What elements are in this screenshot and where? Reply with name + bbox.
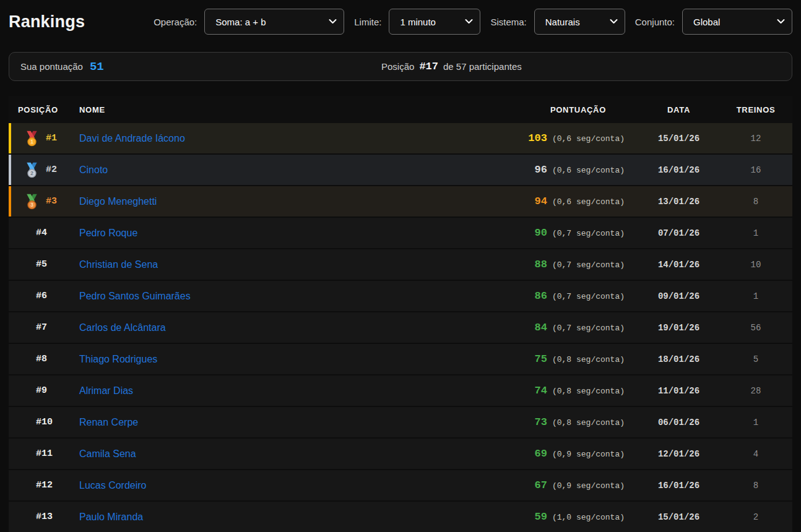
treinos-value: 8 bbox=[733, 197, 792, 207]
score-value: 86 bbox=[535, 290, 547, 302]
position-value: #17 bbox=[419, 61, 438, 72]
position-cell: #7 bbox=[36, 322, 47, 333]
position-cell: #4 bbox=[36, 228, 47, 238]
header-pontuacao: PONTUAÇÃO bbox=[550, 105, 625, 114]
limite-label: Limite: bbox=[354, 17, 381, 27]
player-name-link[interactable]: Lucas Cordeiro bbox=[79, 480, 147, 491]
player-name-link[interactable]: Davi de Andrade Iácono bbox=[79, 133, 185, 144]
date-value: 15/01/26 bbox=[625, 512, 733, 522]
table-header-row: POSIÇÃO NOME PONTUAÇÃO DATA TREINOS bbox=[9, 96, 792, 123]
player-name-link[interactable]: Thiago Rodrigues bbox=[79, 354, 157, 364]
treinos-value: 10 bbox=[733, 260, 792, 270]
player-name-link[interactable]: Diego Meneghetti bbox=[79, 196, 157, 207]
header-posicao: POSIÇÃO bbox=[9, 105, 79, 114]
player-name-link[interactable]: Pedro Roque bbox=[79, 228, 137, 238]
score-rate: (1,0 seg/conta) bbox=[552, 513, 625, 522]
filter-sistema: Sistema: Naturais bbox=[490, 9, 625, 35]
gold-medal-icon: 1 bbox=[25, 131, 38, 146]
treinos-value: 1 bbox=[733, 418, 792, 427]
score-rate: (0,7 seg/conta) bbox=[552, 229, 625, 238]
score-value: 75 bbox=[535, 353, 547, 365]
table-row: #6 Pedro Santos Guimarães 86 (0,7 seg/co… bbox=[9, 281, 792, 311]
sistema-label: Sistema: bbox=[490, 17, 526, 27]
date-value: 07/01/26 bbox=[625, 228, 733, 238]
filter-operacao: Operação: Soma: a + b bbox=[154, 9, 344, 35]
score-rate: (0,7 seg/conta) bbox=[552, 292, 625, 301]
position-cell: #5 bbox=[36, 259, 47, 270]
player-name-link[interactable]: Carlos de Alcântara bbox=[79, 322, 166, 333]
score-value: 74 bbox=[535, 385, 547, 397]
operacao-select[interactable]: Soma: a + b bbox=[204, 9, 344, 35]
player-name-link[interactable]: Christian de Sena bbox=[79, 259, 158, 270]
treinos-value: 12 bbox=[733, 134, 792, 144]
position-cell: #10 bbox=[36, 417, 53, 427]
treinos-value: 1 bbox=[733, 228, 792, 238]
score-value: 90 bbox=[535, 227, 547, 239]
score-value: 94 bbox=[535, 195, 547, 207]
table-row: 1 #1 Davi de Andrade Iácono 103 (0,6 seg… bbox=[9, 123, 792, 153]
position-cell: #2 bbox=[46, 165, 57, 175]
operacao-label: Operação: bbox=[154, 17, 197, 27]
treinos-value: 16 bbox=[733, 165, 792, 175]
score-rate: (0,6 seg/conta) bbox=[552, 166, 625, 175]
summary-bar: Sua pontuação 51 Posição #17 de 57 parti… bbox=[9, 52, 792, 81]
header-treinos: TREINOS bbox=[733, 105, 792, 114]
date-value: 19/01/26 bbox=[625, 323, 733, 333]
position-cell: #3 bbox=[46, 196, 57, 207]
treinos-value: 28 bbox=[733, 386, 792, 396]
position-cell: #11 bbox=[36, 448, 53, 459]
position-summary: Posição #17 de 57 participantes bbox=[381, 53, 522, 80]
player-name-link[interactable]: Camila Sena bbox=[79, 448, 136, 459]
position-cell: #6 bbox=[36, 291, 47, 301]
score-value: 73 bbox=[535, 416, 547, 428]
date-value: 15/01/26 bbox=[625, 134, 733, 144]
date-value: 14/01/26 bbox=[625, 260, 733, 270]
score-value: 59 bbox=[535, 511, 547, 523]
filter-conjunto: Conjunto: Global bbox=[635, 9, 792, 35]
silver-medal-icon: 2 bbox=[25, 162, 38, 178]
position-cell: #1 bbox=[46, 133, 57, 144]
score-value: 88 bbox=[535, 259, 547, 270]
table-row: #11 Camila Sena 69 (0,9 seg/conta) 12/01… bbox=[9, 439, 792, 469]
player-name-link[interactable]: Alrimar Dias bbox=[79, 385, 133, 396]
filter-limite: Limite: 1 minuto bbox=[354, 9, 480, 35]
conjunto-select[interactable]: Global bbox=[682, 9, 792, 35]
sistema-select[interactable]: Naturais bbox=[534, 9, 625, 35]
score-rate: (0,9 seg/conta) bbox=[552, 450, 625, 459]
score-rate: (0,8 seg/conta) bbox=[552, 355, 625, 364]
table-row: #8 Thiago Rodrigues 75 (0,8 seg/conta) 1… bbox=[9, 344, 792, 374]
treinos-value: 4 bbox=[733, 449, 792, 459]
player-name-link[interactable]: Paulo Miranda bbox=[79, 512, 143, 522]
score-rate: (0,7 seg/conta) bbox=[552, 324, 625, 333]
treinos-value: 56 bbox=[733, 323, 792, 333]
treinos-value: 5 bbox=[733, 354, 792, 364]
table-row: #10 Renan Cerpe 73 (0,8 seg/conta) 06/01… bbox=[9, 407, 792, 437]
table-row: 2 #2 Cinoto 96 (0,6 seg/conta) 16/01/26 … bbox=[9, 155, 792, 185]
score-rate: (0,6 seg/conta) bbox=[552, 197, 625, 207]
table-row: 3 #3 Diego Meneghetti 94 (0,6 seg/conta)… bbox=[9, 186, 792, 217]
player-name-link[interactable]: Renan Cerpe bbox=[79, 417, 138, 427]
bronze-medal-icon: 3 bbox=[25, 194, 38, 209]
table-row: #9 Alrimar Dias 74 (0,8 seg/conta) 11/01… bbox=[9, 375, 792, 406]
treinos-value: 8 bbox=[733, 481, 792, 491]
limite-select[interactable]: 1 minuto bbox=[389, 9, 480, 35]
score-rate: (0,8 seg/conta) bbox=[552, 418, 625, 427]
treinos-value: 2 bbox=[733, 512, 792, 522]
table-row: #12 Lucas Cordeiro 67 (0,9 seg/conta) 16… bbox=[9, 470, 792, 500]
score-rate: (0,9 seg/conta) bbox=[552, 481, 625, 491]
player-name-link[interactable]: Cinoto bbox=[79, 165, 108, 175]
score-value: 69 bbox=[535, 448, 547, 460]
your-score-value: 51 bbox=[90, 60, 104, 74]
position-label: Posição bbox=[381, 61, 414, 72]
position-cell: #9 bbox=[36, 385, 47, 396]
date-value: 13/01/26 bbox=[625, 197, 733, 207]
date-value: 06/01/26 bbox=[625, 418, 733, 427]
player-name-link[interactable]: Pedro Santos Guimarães bbox=[79, 291, 191, 301]
rankings-table: POSIÇÃO NOME PONTUAÇÃO DATA TREINOS 1 #1… bbox=[9, 96, 792, 532]
score-value: 84 bbox=[535, 322, 547, 333]
page-title: Rankings bbox=[9, 12, 85, 32]
date-value: 16/01/26 bbox=[625, 481, 733, 491]
table-row: #4 Pedro Roque 90 (0,7 seg/conta) 07/01/… bbox=[9, 218, 792, 248]
ranking-table-body: 1 #1 Davi de Andrade Iácono 103 (0,6 seg… bbox=[9, 123, 792, 532]
score-rate: (0,7 seg/conta) bbox=[552, 260, 625, 270]
